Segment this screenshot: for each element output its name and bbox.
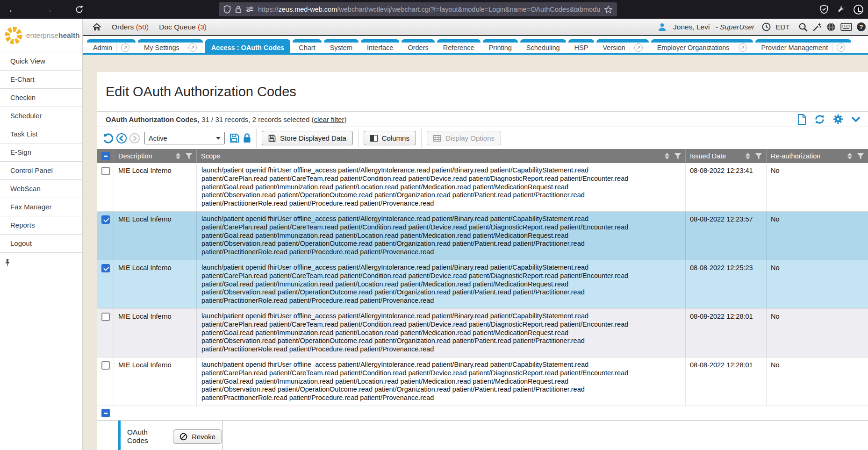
tab-system[interactable]: System (324, 39, 359, 53)
new-document-icon[interactable] (797, 114, 806, 125)
history-clock-icon[interactable] (854, 5, 863, 14)
tab-orders[interactable]: Orders (402, 39, 434, 53)
row-checkbox[interactable] (101, 361, 110, 370)
browser-refresh-icon[interactable] (75, 5, 89, 14)
filter-funnel-icon[interactable] (674, 153, 681, 159)
wand-icon[interactable] (812, 22, 822, 32)
tab-hsp[interactable]: HSP (568, 39, 595, 53)
columns-button[interactable]: Columns (364, 131, 416, 145)
tab-scheduling[interactable]: Scheduling (520, 39, 566, 53)
table-row[interactable]: MIE Local Inferno launch/patient openid … (97, 163, 868, 212)
oauth-codes-tab-panel[interactable]: OAuth Codes Revoke (118, 421, 222, 450)
sort-icon[interactable] (847, 153, 852, 159)
keyboard-icon[interactable] (840, 23, 852, 31)
sidebar-item-quick-view[interactable]: Quick View (0, 52, 82, 71)
status-filter-select[interactable]: Active (144, 132, 225, 144)
sidebar-item-webscan[interactable]: WebScan (0, 180, 82, 198)
row-checkbox[interactable] (101, 215, 110, 224)
filter-funnel-icon[interactable] (186, 153, 192, 159)
sidebar-item-scheduler[interactable]: Scheduler (0, 107, 82, 125)
sidebar-item-task-list[interactable]: Task List (0, 125, 82, 143)
sidebar: enterprisehealth Quick View E-Chart Chec… (0, 19, 83, 450)
url-text: https://zeus.med-web.com/webchart/wctlev… (258, 6, 600, 13)
column-header-issued-date[interactable]: Issued Date (686, 149, 767, 163)
table-row[interactable]: MIE Local Inferno launch/patient openid … (97, 309, 868, 357)
page-previous-icon[interactable] (116, 133, 127, 143)
refresh-icon[interactable] (814, 114, 825, 125)
user-name[interactable]: Jones, Levi (673, 23, 710, 31)
sidebar-item-logout[interactable]: Logout (0, 235, 82, 253)
lock-icon[interactable] (235, 6, 242, 14)
settings-gear-icon[interactable] (833, 114, 843, 124)
reauthorization-cell: No (767, 260, 868, 308)
undo-icon[interactable] (102, 133, 114, 144)
table-row[interactable]: MIE Local Inferno launch/patient openid … (97, 260, 868, 309)
search-icon[interactable] (798, 22, 808, 32)
tab-my-settings[interactable]: My Settings↗ (138, 39, 203, 53)
tab-reference[interactable]: Reference (437, 39, 481, 53)
store-displayed-data-button[interactable]: Store Displayed Data (262, 131, 353, 145)
doc-queue-link[interactable]: Doc Queue (3) (159, 23, 207, 31)
row-checkbox[interactable] (101, 167, 110, 175)
oauth-codes-tab-label: OAuth Codes (127, 428, 166, 445)
external-link-icon[interactable]: ↗ (837, 43, 845, 52)
tab-interface[interactable]: Interface (361, 39, 399, 53)
tab-version[interactable]: Version↗ (596, 39, 648, 53)
select-all-checkbox[interactable] (101, 152, 110, 160)
row-checkbox[interactable] (101, 313, 110, 321)
pin-icon[interactable] (4, 258, 82, 267)
filter-funnel-icon[interactable] (857, 153, 864, 159)
collapse-chevron-icon[interactable] (851, 116, 861, 122)
orders-link[interactable]: Orders (50) (112, 23, 149, 31)
column-header-scope[interactable]: Scope (197, 149, 686, 163)
home-icon[interactable] (92, 23, 101, 31)
lock-filter-icon[interactable] (243, 133, 251, 143)
sidebar-item-reports[interactable]: Reports (0, 216, 82, 235)
permissions-icon[interactable] (246, 6, 254, 13)
column-header-reauthorization[interactable]: Re-authorization (767, 149, 868, 163)
browser-forward-icon[interactable]: → (41, 4, 55, 15)
revoke-button[interactable]: Revoke (173, 429, 222, 444)
display-options-button[interactable]: Display Options (427, 131, 501, 145)
bookmark-star-icon[interactable] (604, 6, 612, 14)
save-filter-icon[interactable] (230, 133, 239, 143)
tab-employer-organizations[interactable]: Employer Organizations↗ (651, 39, 753, 53)
issued-date-cell: 08-08-2022 12:23:41 (686, 163, 767, 211)
wrench-icon[interactable] (837, 5, 845, 14)
help-icon[interactable]: ? (857, 22, 866, 31)
clear-filter-link[interactable]: clear filter (314, 115, 344, 123)
sidebar-item-e-sign[interactable]: E-Sign (0, 143, 82, 162)
external-link-icon[interactable]: ↗ (121, 43, 129, 52)
globe-icon[interactable] (826, 22, 836, 32)
filter-funnel-icon[interactable] (755, 153, 762, 159)
external-link-icon[interactable]: ↗ (634, 43, 643, 52)
flower-logo-icon (4, 26, 23, 45)
sort-icon[interactable] (176, 153, 180, 159)
tab-provider-management[interactable]: Provider Management↗ (755, 39, 852, 53)
sort-icon[interactable] (746, 153, 750, 159)
sidebar-item-control-panel[interactable]: Control Panel (0, 162, 82, 180)
tab-admin[interactable]: Admin↗ (87, 39, 136, 53)
select-all-header-cell[interactable] (97, 149, 114, 163)
page-next-icon[interactable] (129, 133, 140, 143)
table-row[interactable]: MIE Local Inferno launch/patient openid … (97, 357, 868, 406)
tab-access-oauth-codes[interactable]: Access : OAuth Codes (205, 39, 290, 53)
browser-back-icon[interactable]: ← (6, 4, 20, 15)
scope-cell: launch/patient openid fhirUser offline_a… (197, 163, 686, 211)
tab-chart[interactable]: Chart (293, 39, 321, 53)
external-link-icon[interactable]: ↗ (188, 43, 197, 52)
external-link-icon[interactable]: ↗ (739, 43, 747, 52)
extension-shield-icon[interactable] (820, 5, 828, 14)
sidebar-item-e-chart[interactable]: E-Chart (0, 71, 82, 89)
tracking-shield-icon[interactable] (223, 5, 231, 14)
sort-icon[interactable] (665, 153, 669, 159)
clock-icon[interactable] (762, 22, 771, 31)
column-header-description[interactable]: Description (114, 149, 197, 163)
row-checkbox[interactable] (101, 264, 110, 272)
table-row[interactable]: MIE Local Inferno launch/patient openid … (97, 212, 868, 260)
sidebar-item-fax-manager[interactable]: Fax Manager (0, 198, 82, 216)
tab-printing[interactable]: Printing (483, 39, 518, 53)
select-all-checkbox[interactable] (101, 409, 110, 417)
sidebar-item-checkin[interactable]: Checkin (0, 89, 82, 107)
url-bar[interactable]: https://zeus.med-web.com/webchart/wctlev… (219, 2, 617, 16)
